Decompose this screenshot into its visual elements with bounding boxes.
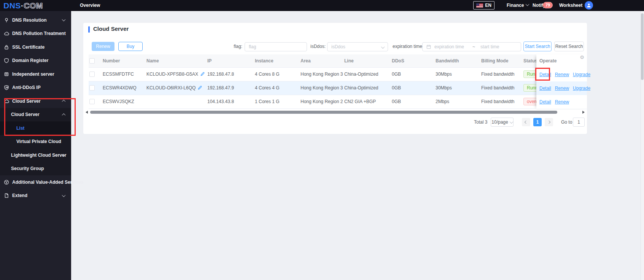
cell-name: KCLOUD-O6IRXI-L6QQ (146, 81, 207, 95)
detail-link[interactable]: Detail (539, 72, 551, 77)
pagination-next-button[interactable] (545, 118, 553, 126)
server-icon (4, 72, 9, 77)
cell-billing-text: Fixed bandwidth (481, 99, 514, 104)
detail-link[interactable]: Detail (539, 99, 551, 105)
chevron-up-icon (62, 113, 66, 117)
sidebar-item-label: SSL Certificate (12, 45, 45, 50)
upgrade-link[interactable]: Upgrade (573, 72, 590, 77)
sidebar-item-label: Anti-DDoS IP (12, 85, 41, 90)
start-search-button[interactable]: Start Search (523, 41, 552, 51)
buy-button[interactable]: Buy (118, 42, 143, 51)
chevron-down-icon (62, 193, 66, 197)
reset-search-button[interactable]: Reset Search (554, 41, 584, 51)
cell-line-text: China-Optimized (344, 85, 378, 91)
sidebar-item-extend[interactable]: Extend (0, 189, 71, 203)
cell-line-text: CN2 GIA +BGP (344, 99, 376, 104)
sidebar-item-independent-server[interactable]: Independent server (0, 67, 71, 81)
sidebar-item-label: Cloud Server (12, 99, 41, 104)
cell-name-text: KCLOUD-XPFSB8-G5AX (146, 72, 198, 77)
renew-link[interactable]: Renew (555, 86, 569, 91)
cell-instance: 4 Cores 4 G (255, 81, 301, 95)
expiration-end-placeholder: start time (480, 44, 499, 49)
page-size-label: 10/page (491, 119, 508, 125)
sidebar-item-virtual-private-cloud-l2[interactable]: Virtual Private Cloud (0, 135, 71, 149)
isddos-filter-label: isDdos: (310, 42, 326, 51)
renew-link[interactable]: Renew (555, 72, 569, 77)
sidebar-item-additional-value-added-services[interactable]: Additional Value-Added Services (0, 175, 71, 189)
edit-name-icon[interactable] (200, 72, 205, 76)
table-row: ECSWR4XDWQKCLOUD-O6IRXI-L6QQ192.168.47.9… (89, 81, 587, 95)
sidebar-item-ssl-certificate[interactable]: SSL Certificate (0, 40, 71, 54)
column-header-billing-mode: Billing Mode (481, 54, 523, 67)
edit-name-icon[interactable] (198, 86, 202, 90)
sidebar-item-domain-register[interactable]: Domain Register (0, 54, 71, 68)
cell-name: KCLOUD-XPFSB8-G5AX (146, 68, 207, 81)
user-avatar[interactable] (585, 1, 593, 10)
chevron-up-icon (62, 100, 66, 103)
sidebar-item-label: Additional Value-Added Services (12, 180, 83, 185)
operate-column-header: Operate ⚙ (536, 54, 587, 68)
pagination-prev-button[interactable] (522, 118, 530, 126)
sidebar-item-list-l2[interactable]: List (0, 121, 71, 135)
services-icon (4, 180, 9, 185)
nav-worksheet[interactable]: Worksheet (559, 0, 582, 11)
sidebar-item-anti-ddos-ip[interactable]: Anti-DDoS IP (0, 81, 71, 95)
renew-link[interactable]: Renew (555, 99, 569, 105)
hscroll-left-arrow-icon[interactable] (86, 111, 88, 114)
gear-icon[interactable]: ⚙ (580, 55, 584, 60)
cell-ip: 192.168.47.9 (207, 81, 255, 95)
chevron-down-icon (62, 18, 66, 21)
row-select-cell (89, 68, 103, 81)
sidebar-item-label: List (16, 126, 24, 131)
page-size-select[interactable]: 10/page (491, 118, 514, 127)
sidebar-item-cloud-server-l1[interactable]: Cloud Server (0, 108, 71, 122)
horizontal-scrollbar-thumb[interactable] (90, 111, 557, 114)
lock-icon (4, 45, 9, 50)
cell-area: Hong Kong Region 3 (301, 68, 344, 81)
column-header-line: Line (344, 54, 392, 67)
shield-ip-icon (4, 85, 9, 90)
hscroll-right-arrow-icon[interactable] (582, 111, 585, 114)
row-checkbox[interactable] (89, 72, 95, 77)
expiration-date-range[interactable]: expiration time ~ start time (422, 42, 521, 51)
sidebar-item-security-group-l1[interactable]: Security Group (0, 162, 71, 176)
cell-billing: Fixed bandwidth (481, 95, 523, 108)
cell-ip-text: 192.168.47.9 (207, 85, 234, 91)
sidebar-item-dns-resolution[interactable]: DNS Resolution (0, 13, 71, 27)
sidebar-item-lightweight-cloud-server-l1[interactable]: Lightweight Cloud Server (0, 148, 71, 162)
isddos-placeholder: isDdos (331, 44, 345, 49)
sidebar-item-label: Lightweight Cloud Server (11, 153, 66, 158)
row-checkbox[interactable] (89, 99, 95, 104)
sidebar-item-dns-pollution-treatment[interactable]: DNS Pollution Treatment (0, 27, 71, 41)
nav-overview[interactable]: Overview (80, 0, 100, 11)
sidebar-item-cloud-server[interactable]: Cloud Server (0, 94, 71, 108)
detail-link[interactable]: Detail (539, 86, 551, 91)
language-selector[interactable]: EN (473, 1, 495, 10)
renew-button[interactable]: Renew (92, 42, 114, 51)
pagination-page-1[interactable]: 1 (533, 118, 542, 126)
cell-instance: 4 Cores 8 G (255, 68, 301, 81)
cell-area-text: Hong Kong Region 2 (301, 99, 343, 104)
cell-line: China-Optimized (344, 81, 392, 95)
cell-area-text: Hong Kong Region 3 (301, 72, 343, 77)
notify-count-badge: 79 (543, 2, 553, 8)
goto-page-input[interactable]: 1 (573, 118, 585, 127)
upgrade-link[interactable]: Upgrade (573, 86, 590, 91)
cell-line-text: China-Optimized (344, 72, 378, 77)
column-header-instance: Instance (255, 54, 301, 67)
sidebar: DNS ResolutionDNS Pollution TreatmentSSL… (0, 11, 71, 280)
cell-line: China-Optimized (344, 68, 392, 81)
cell-billing: Fixed bandwidth (481, 68, 523, 81)
flag-input[interactable]: flag (245, 42, 307, 51)
vertical-scrollbar-thumb[interactable] (641, 13, 644, 80)
nav-finance[interactable]: Finance (507, 0, 529, 11)
isddos-select[interactable]: isDdos (327, 42, 388, 51)
row-checkbox[interactable] (89, 85, 95, 91)
select-all-checkbox[interactable] (89, 58, 95, 64)
cell-bandwidth-text: 2Mbps (436, 99, 449, 104)
cell-area: Hong Kong Region 2 (301, 95, 344, 108)
cell-bandwidth-text: 30Mbps (436, 85, 452, 91)
dns-com-logo[interactable]: DNS·COM (3, 0, 43, 11)
chevron-down-icon (509, 120, 513, 124)
cell-name (146, 95, 207, 108)
